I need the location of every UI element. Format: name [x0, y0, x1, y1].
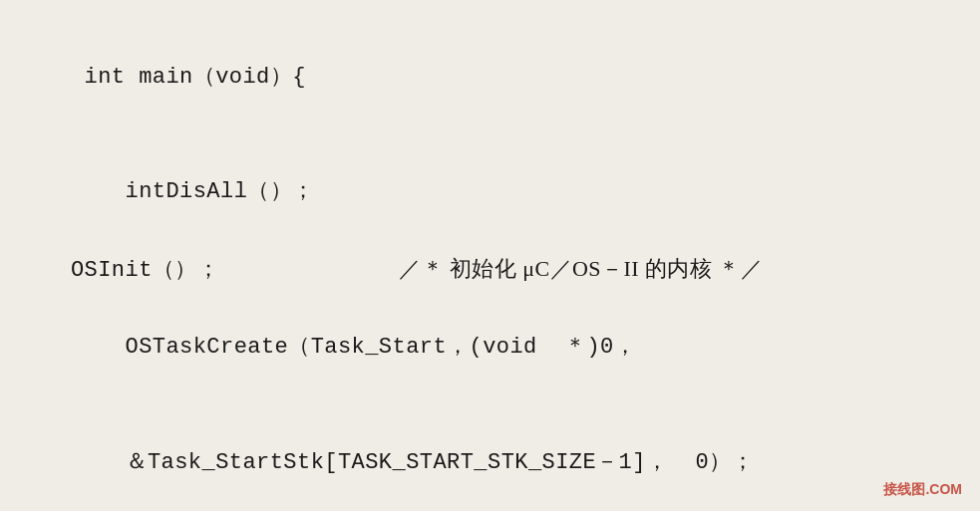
- code-line-2: intDisAll（）；: [30, 135, 950, 251]
- watermark-domain: .COM: [925, 481, 962, 497]
- code-line-1: int main（void）{: [30, 20, 950, 135]
- code-statement: OSInit（）；: [30, 252, 219, 291]
- code-text: intDisAll（）；: [85, 179, 315, 204]
- code-text: int main（void）{: [85, 65, 306, 90]
- code-block: int main（void）{ intDisAll（）； OSInit（）； ／…: [0, 0, 980, 511]
- code-text: ＆Task_StartStk[TASK_START_STK_SIZE－1]， 0…: [85, 450, 755, 475]
- code-comment: ／＊ 初始化 μC／OS－II 的内核 ＊／: [399, 250, 763, 289]
- code-line-5: ＆Task_StartStk[TASK_START_STK_SIZE－1]， 0…: [30, 405, 950, 511]
- code-line-3: OSInit（）； ／＊ 初始化 μC／OS－II 的内核 ＊／: [30, 250, 950, 291]
- watermark: 接线图.COM: [883, 481, 962, 499]
- code-text: OSTaskCreate（Task_Start，(void ＊)0，: [85, 335, 637, 360]
- watermark-text: 接线图: [883, 481, 925, 497]
- code-line-4: OSTaskCreate（Task_Start，(void ＊)0，: [30, 291, 950, 406]
